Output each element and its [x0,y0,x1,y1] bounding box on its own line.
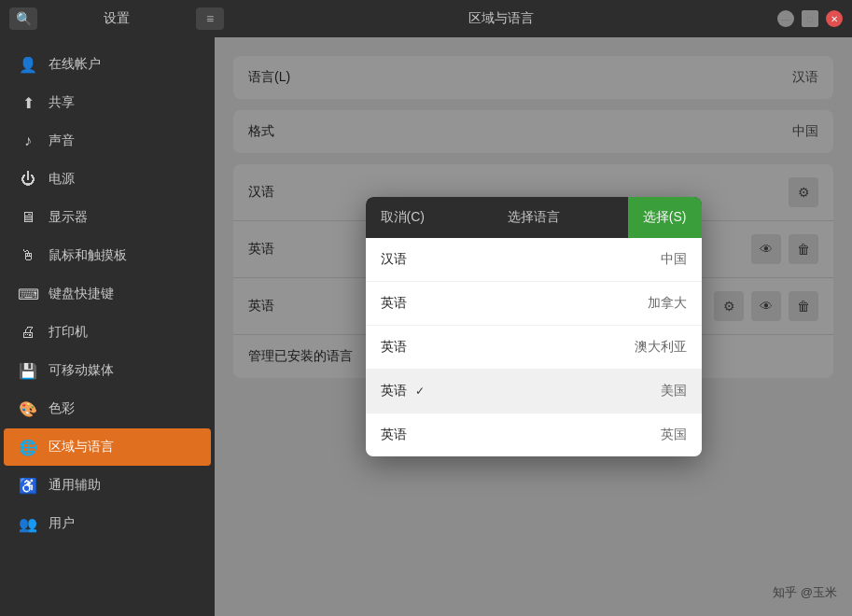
region-language-icon: 🌐 [19,438,37,456]
modal-cancel-button[interactable]: 取消(C) [366,197,440,238]
sidebar: 👤 在线帐户 ⬆ 共享 ♪ 声音 ⏻ 电源 🖥 显示器 🖱 鼠标和触摸板 ⌨ 键… [0,37,215,616]
lang-label-4: 英语 [381,427,661,443]
titlebar: 🔍 设置 ≡ 区域与语言 — □ ✕ [0,0,852,37]
color-icon: 🎨 [19,399,37,418]
language-list: 汉语 中国 英语 加拿大 英语 澳大利亚 英语 [366,238,702,456]
menu-button[interactable]: ≡ [196,7,224,30]
sidebar-item-label: 键盘快捷键 [49,286,114,302]
sidebar-item-color[interactable]: 🎨 色彩 [4,390,211,427]
lang-label-3: 英语 ✓ [381,383,661,399]
language-list-item-0[interactable]: 汉语 中国 [366,238,702,282]
lang-label-0: 汉语 [381,251,661,268]
sidebar-item-sharing[interactable]: ⬆ 共享 [4,84,211,121]
region-label-3: 美国 [661,383,687,399]
search-icon: 🔍 [16,11,32,26]
modal-header: 取消(C) 选择语言 选择(S) [366,197,702,238]
sidebar-item-region-language[interactable]: 🌐 区域与语言 [4,428,211,466]
power-icon: ⏻ [19,170,37,189]
display-icon: 🖥 [19,208,37,227]
removable-media-icon: 💾 [19,361,37,380]
search-button[interactable]: 🔍 [9,7,37,30]
keyboard-icon: ⌨ [19,285,37,303]
right-panel: 语言(L) 汉语 格式 中国 汉语 ⚙ [215,37,852,616]
lang-label-1: 英语 [381,295,648,312]
sidebar-item-label: 显示器 [49,209,88,226]
maximize-icon: □ [807,14,813,24]
sidebar-item-removable-media[interactable]: 💾 可移动媒体 [4,352,211,389]
sidebar-item-mouse-touchpad[interactable]: 🖱 鼠标和触摸板 [4,237,211,274]
menu-icon: ≡ [206,11,214,26]
minimize-icon: — [781,14,790,24]
mouse-icon: 🖱 [19,246,37,265]
minimize-button[interactable]: — [777,10,794,27]
maximize-button[interactable]: □ [802,10,818,27]
printer-icon: 🖨 [19,323,37,342]
region-label-4: 英国 [661,427,687,443]
modal-confirm-button[interactable]: 选择(S) [628,197,702,238]
close-button[interactable]: ✕ [826,10,843,27]
sidebar-item-label: 区域与语言 [49,439,114,455]
check-icon-3: ✓ [415,385,425,398]
language-list-item-1[interactable]: 英语 加拿大 [366,282,702,326]
sidebar-item-label: 声音 [49,133,75,149]
region-label-0: 中国 [661,251,687,268]
window-controls: — □ ✕ [777,10,843,27]
sidebar-item-label: 可移动媒体 [49,362,114,379]
sidebar-item-keyboard-shortcuts[interactable]: ⌨ 键盘快捷键 [4,275,211,313]
universal-access-icon: ♿ [19,476,37,495]
settings-title: 设置 [47,10,187,27]
sidebar-item-label: 共享 [49,94,75,111]
sound-icon: ♪ [19,132,37,150]
sidebar-item-power[interactable]: ⏻ 电源 [4,161,211,198]
region-label-1: 加拿大 [648,295,687,312]
sidebar-item-label: 通用辅助 [49,477,101,494]
language-list-item-2[interactable]: 英语 澳大利亚 [366,326,702,370]
main-content: 👤 在线帐户 ⬆ 共享 ♪ 声音 ⏻ 电源 🖥 显示器 🖱 鼠标和触摸板 ⌨ 键… [0,37,852,616]
sidebar-item-label: 电源 [49,171,75,188]
sidebar-item-label: 在线帐户 [49,56,101,73]
titlebar-left: 🔍 设置 ≡ [9,7,224,30]
sidebar-item-label: 用户 [49,515,75,532]
sidebar-item-printer[interactable]: 🖨 打印机 [4,314,211,351]
language-list-item-4[interactable]: 英语 英国 [366,413,702,456]
sidebar-item-universal-access[interactable]: ♿ 通用辅助 [4,467,211,504]
sidebar-item-label: 鼠标和触摸板 [49,247,127,264]
users-icon: 👥 [19,514,37,533]
language-select-modal: 取消(C) 选择语言 选择(S) 汉语 中国 英语 加拿大 [366,197,702,456]
sharing-icon: ⬆ [19,93,37,112]
sidebar-item-label: 色彩 [49,400,75,417]
lang-label-2: 英语 [381,339,635,356]
modal-overlay: 取消(C) 选择语言 选择(S) 汉语 中国 英语 加拿大 [215,37,852,616]
sidebar-item-display[interactable]: 🖥 显示器 [4,199,211,236]
sidebar-item-sound[interactable]: ♪ 声音 [4,122,211,160]
sidebar-item-online-accounts[interactable]: 👤 在线帐户 [4,46,211,83]
sidebar-item-label: 打印机 [49,324,88,341]
region-label-2: 澳大利亚 [635,339,687,356]
close-icon: ✕ [831,14,838,24]
modal-title: 选择语言 [440,209,628,226]
window-title: 区域与语言 [224,10,777,27]
online-accounts-icon: 👤 [19,55,37,74]
sidebar-item-users[interactable]: 👥 用户 [4,505,211,542]
language-list-item-3[interactable]: 英语 ✓ 美国 [366,370,702,413]
